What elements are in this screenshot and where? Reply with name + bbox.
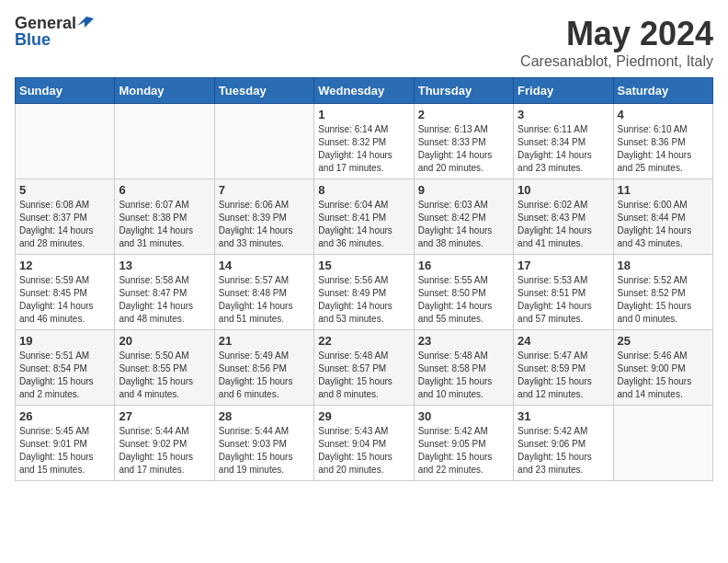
calendar-cell: 2Sunrise: 6:13 AMSunset: 8:33 PMDaylight… [414, 104, 513, 179]
day-number: 27 [119, 409, 210, 423]
day-number: 28 [219, 409, 310, 423]
day-info: Sunrise: 5:44 AMSunset: 9:03 PMDaylight:… [219, 425, 310, 477]
calendar-cell [115, 104, 214, 179]
day-info: Sunrise: 5:59 AMSunset: 8:45 PMDaylight:… [19, 274, 110, 326]
header-day-tuesday: Tuesday [214, 78, 313, 104]
day-number: 30 [418, 409, 509, 423]
day-info: Sunrise: 6:00 AMSunset: 8:44 PMDaylight:… [618, 199, 709, 250]
calendar-cell: 10Sunrise: 6:02 AMSunset: 8:43 PMDayligh… [514, 179, 613, 255]
calendar-table: SundayMondayTuesdayWednesdayThursdayFrid… [15, 77, 713, 481]
day-number: 14 [219, 259, 310, 272]
calendar-cell: 26Sunrise: 5:45 AMSunset: 9:01 PMDayligh… [16, 406, 115, 481]
day-number: 20 [119, 334, 210, 348]
svg-marker-0 [77, 17, 94, 28]
calendar-cell: 4Sunrise: 6:10 AMSunset: 8:36 PMDaylight… [613, 104, 712, 179]
header-day-saturday: Saturday [613, 78, 712, 104]
day-number: 31 [518, 409, 609, 423]
calendar-cell: 23Sunrise: 5:48 AMSunset: 8:58 PMDayligh… [414, 330, 513, 406]
calendar-cell: 13Sunrise: 5:58 AMSunset: 8:47 PMDayligh… [115, 255, 214, 330]
day-number: 25 [618, 334, 709, 348]
calendar-week-3: 12Sunrise: 5:59 AMSunset: 8:45 PMDayligh… [16, 255, 713, 330]
day-info: Sunrise: 6:11 AMSunset: 8:34 PMDaylight:… [518, 123, 609, 175]
day-info: Sunrise: 5:49 AMSunset: 8:56 PMDaylight:… [219, 350, 310, 401]
logo-bird-icon [77, 15, 94, 31]
day-info: Sunrise: 5:53 AMSunset: 8:51 PMDaylight:… [518, 274, 609, 326]
day-info: Sunrise: 5:42 AMSunset: 9:05 PMDaylight:… [418, 425, 509, 477]
calendar-cell [16, 104, 115, 179]
calendar-cell: 29Sunrise: 5:43 AMSunset: 9:04 PMDayligh… [314, 406, 414, 481]
day-number: 11 [618, 183, 709, 197]
calendar-cell: 18Sunrise: 5:52 AMSunset: 8:52 PMDayligh… [613, 255, 712, 330]
calendar-cell: 7Sunrise: 6:06 AMSunset: 8:39 PMDaylight… [214, 179, 313, 255]
calendar-cell: 27Sunrise: 5:44 AMSunset: 9:02 PMDayligh… [115, 406, 214, 481]
day-number: 3 [518, 108, 609, 121]
day-info: Sunrise: 6:06 AMSunset: 8:39 PMDaylight:… [219, 199, 310, 250]
day-info: Sunrise: 5:51 AMSunset: 8:54 PMDaylight:… [19, 350, 110, 401]
day-info: Sunrise: 6:14 AMSunset: 8:32 PMDaylight:… [318, 123, 409, 175]
calendar-cell: 8Sunrise: 6:04 AMSunset: 8:41 PMDaylight… [314, 179, 414, 255]
day-info: Sunrise: 5:42 AMSunset: 9:06 PMDaylight:… [518, 425, 609, 477]
day-info: Sunrise: 6:07 AMSunset: 8:38 PMDaylight:… [119, 199, 210, 250]
day-info: Sunrise: 5:57 AMSunset: 8:48 PMDaylight:… [219, 274, 310, 326]
day-info: Sunrise: 5:58 AMSunset: 8:47 PMDaylight:… [119, 274, 210, 326]
day-info: Sunrise: 5:52 AMSunset: 8:52 PMDaylight:… [618, 274, 709, 326]
logo-general: General [15, 15, 76, 31]
calendar-cell: 30Sunrise: 5:42 AMSunset: 9:05 PMDayligh… [414, 406, 513, 481]
day-number: 22 [318, 334, 409, 348]
day-info: Sunrise: 6:08 AMSunset: 8:37 PMDaylight:… [19, 199, 110, 250]
logo-blue: Blue [15, 31, 51, 48]
day-number: 5 [19, 183, 110, 197]
header-day-thursday: Thursday [414, 78, 513, 104]
page-title: May 2024 [520, 15, 713, 53]
logo: General Blue [15, 15, 94, 48]
day-number: 8 [318, 183, 409, 197]
day-info: Sunrise: 5:48 AMSunset: 8:57 PMDaylight:… [318, 350, 409, 401]
day-number: 1 [318, 108, 409, 121]
header-row: SundayMondayTuesdayWednesdayThursdayFrid… [16, 78, 713, 104]
calendar-body: 1Sunrise: 6:14 AMSunset: 8:32 PMDaylight… [16, 104, 713, 481]
day-number: 29 [318, 409, 409, 423]
day-info: Sunrise: 5:44 AMSunset: 9:02 PMDaylight:… [119, 425, 210, 477]
day-number: 9 [418, 183, 509, 197]
day-number: 13 [119, 259, 210, 272]
calendar-cell: 28Sunrise: 5:44 AMSunset: 9:03 PMDayligh… [214, 406, 313, 481]
day-number: 23 [418, 334, 509, 348]
calendar-week-5: 26Sunrise: 5:45 AMSunset: 9:01 PMDayligh… [16, 406, 713, 481]
calendar-cell [613, 406, 712, 481]
calendar-cell: 1Sunrise: 6:14 AMSunset: 8:32 PMDaylight… [314, 104, 414, 179]
day-number: 26 [19, 409, 110, 423]
calendar-cell: 24Sunrise: 5:47 AMSunset: 8:59 PMDayligh… [514, 330, 613, 406]
day-info: Sunrise: 5:45 AMSunset: 9:01 PMDaylight:… [19, 425, 110, 477]
calendar-cell: 6Sunrise: 6:07 AMSunset: 8:38 PMDaylight… [115, 179, 214, 255]
calendar-cell: 15Sunrise: 5:56 AMSunset: 8:49 PMDayligh… [314, 255, 414, 330]
day-info: Sunrise: 5:55 AMSunset: 8:50 PMDaylight:… [418, 274, 509, 326]
day-number: 7 [219, 183, 310, 197]
calendar-cell: 11Sunrise: 6:00 AMSunset: 8:44 PMDayligh… [613, 179, 712, 255]
calendar-week-1: 1Sunrise: 6:14 AMSunset: 8:32 PMDaylight… [16, 104, 713, 179]
day-info: Sunrise: 5:43 AMSunset: 9:04 PMDaylight:… [318, 425, 409, 477]
day-number: 2 [418, 108, 509, 121]
header-day-sunday: Sunday [16, 78, 115, 104]
day-info: Sunrise: 5:47 AMSunset: 8:59 PMDaylight:… [518, 350, 609, 401]
day-number: 15 [318, 259, 409, 272]
day-info: Sunrise: 6:03 AMSunset: 8:42 PMDaylight:… [418, 199, 509, 250]
day-number: 17 [518, 259, 609, 272]
day-info: Sunrise: 5:48 AMSunset: 8:58 PMDaylight:… [418, 350, 509, 401]
calendar-cell: 14Sunrise: 5:57 AMSunset: 8:48 PMDayligh… [214, 255, 313, 330]
calendar-cell: 20Sunrise: 5:50 AMSunset: 8:55 PMDayligh… [115, 330, 214, 406]
calendar-cell: 31Sunrise: 5:42 AMSunset: 9:06 PMDayligh… [514, 406, 613, 481]
calendar-cell: 12Sunrise: 5:59 AMSunset: 8:45 PMDayligh… [16, 255, 115, 330]
page-subtitle: Caresanablot, Piedmont, Italy [520, 53, 713, 70]
day-number: 4 [618, 108, 709, 121]
day-info: Sunrise: 6:02 AMSunset: 8:43 PMDaylight:… [518, 199, 609, 250]
header-day-wednesday: Wednesday [314, 78, 414, 104]
day-number: 10 [518, 183, 609, 197]
calendar-cell: 5Sunrise: 6:08 AMSunset: 8:37 PMDaylight… [16, 179, 115, 255]
calendar-cell: 17Sunrise: 5:53 AMSunset: 8:51 PMDayligh… [514, 255, 613, 330]
calendar-cell: 3Sunrise: 6:11 AMSunset: 8:34 PMDaylight… [514, 104, 613, 179]
day-number: 21 [219, 334, 310, 348]
day-info: Sunrise: 5:56 AMSunset: 8:49 PMDaylight:… [318, 274, 409, 326]
calendar-cell: 19Sunrise: 5:51 AMSunset: 8:54 PMDayligh… [16, 330, 115, 406]
day-info: Sunrise: 6:10 AMSunset: 8:36 PMDaylight:… [618, 123, 709, 175]
day-number: 24 [518, 334, 609, 348]
